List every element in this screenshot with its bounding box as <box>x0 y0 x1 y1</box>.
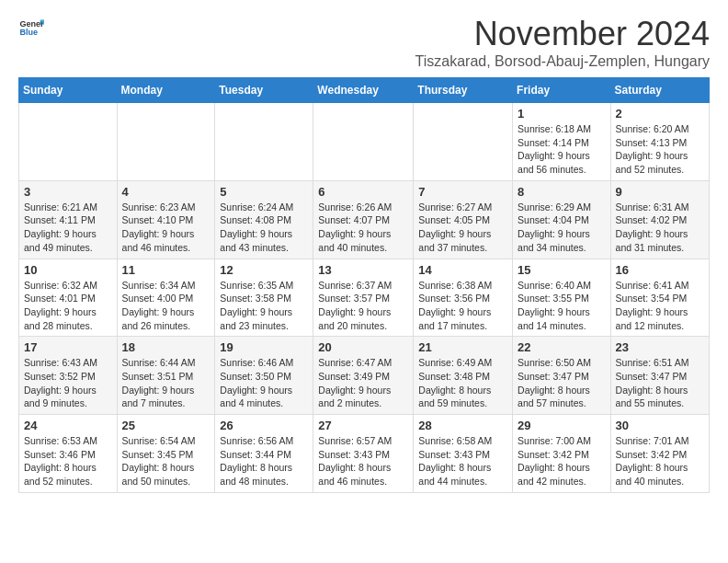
title-block: November 2024 Tiszakarad, Borsod-Abauj-Z… <box>415 15 710 70</box>
day-cell: 23Sunrise: 6:51 AM Sunset: 3:47 PM Dayli… <box>610 337 709 415</box>
weekday-saturday: Saturday <box>610 78 709 103</box>
logo-icon: General Blue <box>18 15 44 40</box>
day-info: Sunrise: 6:31 AM Sunset: 4:02 PM Dayligh… <box>616 201 704 255</box>
day-cell <box>313 103 414 181</box>
day-cell: 22Sunrise: 6:50 AM Sunset: 3:47 PM Dayli… <box>513 337 611 415</box>
day-info: Sunrise: 6:57 AM Sunset: 3:43 PM Dayligh… <box>318 434 408 488</box>
day-cell: 2Sunrise: 6:20 AM Sunset: 4:13 PM Daylig… <box>610 103 709 181</box>
day-cell: 7Sunrise: 6:27 AM Sunset: 4:05 PM Daylig… <box>414 180 513 259</box>
svg-text:Blue: Blue <box>19 28 38 37</box>
day-cell: 30Sunrise: 7:01 AM Sunset: 3:42 PM Dayli… <box>610 415 709 493</box>
day-info: Sunrise: 6:24 AM Sunset: 4:08 PM Dayligh… <box>220 201 308 255</box>
day-cell: 15Sunrise: 6:40 AM Sunset: 3:55 PM Dayli… <box>513 259 611 337</box>
week-row-2: 3Sunrise: 6:21 AM Sunset: 4:11 PM Daylig… <box>19 180 710 259</box>
day-number: 12 <box>220 263 308 277</box>
day-info: Sunrise: 7:00 AM Sunset: 3:42 PM Dayligh… <box>518 434 606 488</box>
day-cell: 24Sunrise: 6:53 AM Sunset: 3:46 PM Dayli… <box>19 415 118 493</box>
day-cell: 13Sunrise: 6:37 AM Sunset: 3:57 PM Dayli… <box>313 259 414 337</box>
location-title: Tiszakarad, Borsod-Abauj-Zemplen, Hungar… <box>415 53 710 70</box>
logo: General Blue <box>18 15 44 40</box>
day-number: 20 <box>318 340 408 354</box>
day-cell: 9Sunrise: 6:31 AM Sunset: 4:02 PM Daylig… <box>610 180 709 259</box>
day-cell: 18Sunrise: 6:44 AM Sunset: 3:51 PM Dayli… <box>117 337 215 415</box>
day-number: 28 <box>418 419 507 432</box>
weekday-thursday: Thursday <box>414 78 513 103</box>
day-info: Sunrise: 6:23 AM Sunset: 4:10 PM Dayligh… <box>122 201 210 255</box>
weekday-tuesday: Tuesday <box>215 78 313 103</box>
day-number: 6 <box>318 185 408 199</box>
day-info: Sunrise: 6:32 AM Sunset: 4:01 PM Dayligh… <box>24 279 112 333</box>
day-number: 23 <box>616 340 704 354</box>
day-cell <box>19 103 118 181</box>
weekday-header-row: SundayMondayTuesdayWednesdayThursdayFrid… <box>19 78 710 103</box>
day-cell: 10Sunrise: 6:32 AM Sunset: 4:01 PM Dayli… <box>19 259 118 337</box>
day-cell: 17Sunrise: 6:43 AM Sunset: 3:52 PM Dayli… <box>19 337 118 415</box>
day-number: 15 <box>518 263 606 277</box>
day-number: 4 <box>122 185 210 199</box>
day-info: Sunrise: 6:46 AM Sunset: 3:50 PM Dayligh… <box>220 356 308 410</box>
day-number: 7 <box>418 185 507 199</box>
day-info: Sunrise: 6:38 AM Sunset: 3:56 PM Dayligh… <box>418 279 507 333</box>
day-cell: 6Sunrise: 6:26 AM Sunset: 4:07 PM Daylig… <box>313 180 414 259</box>
day-info: Sunrise: 6:20 AM Sunset: 4:13 PM Dayligh… <box>616 122 704 177</box>
day-cell: 5Sunrise: 6:24 AM Sunset: 4:08 PM Daylig… <box>215 180 313 259</box>
day-info: Sunrise: 6:51 AM Sunset: 3:47 PM Dayligh… <box>616 356 704 410</box>
day-cell: 28Sunrise: 6:58 AM Sunset: 3:43 PM Dayli… <box>414 415 513 493</box>
day-info: Sunrise: 6:40 AM Sunset: 3:55 PM Dayligh… <box>518 279 606 333</box>
day-number: 14 <box>418 263 507 277</box>
day-number: 29 <box>518 419 606 432</box>
day-info: Sunrise: 6:26 AM Sunset: 4:07 PM Dayligh… <box>318 201 408 255</box>
calendar-body: 1Sunrise: 6:18 AM Sunset: 4:14 PM Daylig… <box>19 103 710 493</box>
day-info: Sunrise: 6:27 AM Sunset: 4:05 PM Dayligh… <box>418 201 507 255</box>
day-cell: 12Sunrise: 6:35 AM Sunset: 3:58 PM Dayli… <box>215 259 313 337</box>
day-info: Sunrise: 6:58 AM Sunset: 3:43 PM Dayligh… <box>418 434 507 488</box>
week-row-3: 10Sunrise: 6:32 AM Sunset: 4:01 PM Dayli… <box>19 259 710 337</box>
day-cell <box>215 103 313 181</box>
page-header: General Blue November 2024 Tiszakarad, B… <box>18 15 710 70</box>
day-info: Sunrise: 6:43 AM Sunset: 3:52 PM Dayligh… <box>24 356 112 410</box>
day-info: Sunrise: 6:37 AM Sunset: 3:57 PM Dayligh… <box>318 279 408 333</box>
day-number: 5 <box>220 185 308 199</box>
day-cell <box>414 103 513 181</box>
day-info: Sunrise: 6:50 AM Sunset: 3:47 PM Dayligh… <box>518 356 606 410</box>
day-cell: 26Sunrise: 6:56 AM Sunset: 3:44 PM Dayli… <box>215 415 313 493</box>
day-info: Sunrise: 6:35 AM Sunset: 3:58 PM Dayligh… <box>220 279 308 333</box>
day-number: 2 <box>616 107 704 121</box>
day-info: Sunrise: 6:54 AM Sunset: 3:45 PM Dayligh… <box>122 434 210 488</box>
calendar-table: SundayMondayTuesdayWednesdayThursdayFrid… <box>18 77 710 493</box>
day-info: Sunrise: 6:49 AM Sunset: 3:48 PM Dayligh… <box>418 356 507 410</box>
day-number: 26 <box>220 419 308 432</box>
day-info: Sunrise: 6:21 AM Sunset: 4:11 PM Dayligh… <box>24 201 112 255</box>
day-number: 3 <box>24 185 112 199</box>
day-number: 19 <box>220 340 308 354</box>
day-number: 16 <box>616 263 704 277</box>
day-info: Sunrise: 6:44 AM Sunset: 3:51 PM Dayligh… <box>122 356 210 410</box>
day-number: 13 <box>318 263 408 277</box>
day-info: Sunrise: 6:18 AM Sunset: 4:14 PM Dayligh… <box>518 122 606 177</box>
day-cell: 29Sunrise: 7:00 AM Sunset: 3:42 PM Dayli… <box>513 415 611 493</box>
day-info: Sunrise: 6:56 AM Sunset: 3:44 PM Dayligh… <box>220 434 308 488</box>
day-number: 10 <box>24 263 112 277</box>
day-number: 8 <box>518 185 606 199</box>
day-cell <box>117 103 215 181</box>
day-info: Sunrise: 6:53 AM Sunset: 3:46 PM Dayligh… <box>24 434 112 488</box>
day-cell: 20Sunrise: 6:47 AM Sunset: 3:49 PM Dayli… <box>313 337 414 415</box>
day-cell: 21Sunrise: 6:49 AM Sunset: 3:48 PM Dayli… <box>414 337 513 415</box>
weekday-wednesday: Wednesday <box>313 78 414 103</box>
day-cell: 11Sunrise: 6:34 AM Sunset: 4:00 PM Dayli… <box>117 259 215 337</box>
week-row-5: 24Sunrise: 6:53 AM Sunset: 3:46 PM Dayli… <box>19 415 710 493</box>
day-cell: 8Sunrise: 6:29 AM Sunset: 4:04 PM Daylig… <box>513 180 611 259</box>
day-number: 30 <box>616 419 704 432</box>
week-row-1: 1Sunrise: 6:18 AM Sunset: 4:14 PM Daylig… <box>19 103 710 181</box>
day-number: 22 <box>518 340 606 354</box>
day-cell: 4Sunrise: 6:23 AM Sunset: 4:10 PM Daylig… <box>117 180 215 259</box>
day-number: 9 <box>616 185 704 199</box>
day-number: 27 <box>318 419 408 432</box>
weekday-sunday: Sunday <box>19 78 118 103</box>
day-info: Sunrise: 6:34 AM Sunset: 4:00 PM Dayligh… <box>122 279 210 333</box>
month-title: November 2024 <box>415 15 710 53</box>
day-cell: 27Sunrise: 6:57 AM Sunset: 3:43 PM Dayli… <box>313 415 414 493</box>
day-cell: 3Sunrise: 6:21 AM Sunset: 4:11 PM Daylig… <box>19 180 118 259</box>
day-info: Sunrise: 6:29 AM Sunset: 4:04 PM Dayligh… <box>518 201 606 255</box>
day-number: 17 <box>24 340 112 354</box>
